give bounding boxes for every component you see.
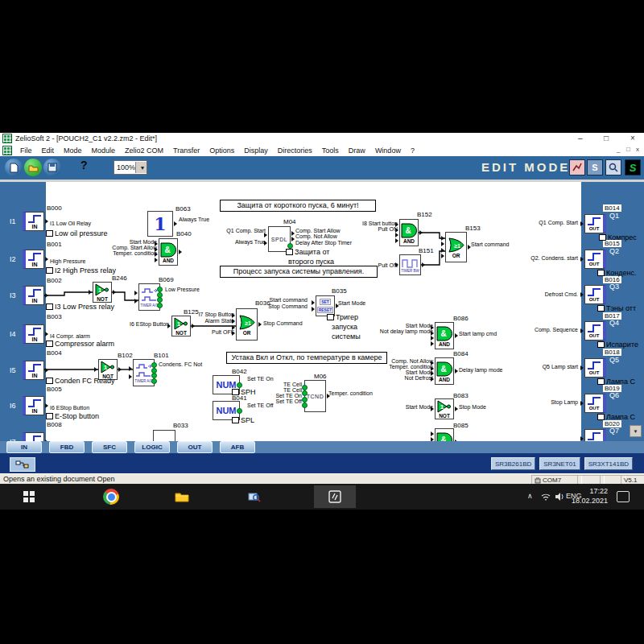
- input-pin[interactable]: [94, 367, 97, 372]
- output-pin[interactable]: [291, 237, 295, 242]
- output-pin[interactable]: [192, 324, 195, 328]
- input-pin[interactable]: [431, 336, 434, 341]
- comment[interactable]: Compressor alarm: [46, 340, 114, 348]
- output-block-q1[interactable]: OUT: [584, 214, 606, 233]
- block-b085-and[interactable]: &AND: [435, 428, 454, 441]
- block-b246-not[interactable]: 1NOT: [93, 282, 112, 303]
- tab-fbd[interactable]: FBD: [49, 441, 85, 453]
- monitoring-mode-icon[interactable]: [569, 159, 585, 175]
- output-pin[interactable]: [45, 403, 48, 408]
- input-pin[interactable]: [441, 254, 444, 258]
- simulation-mode-icon[interactable]: S: [587, 159, 603, 175]
- menu-item-module[interactable]: Module: [87, 147, 121, 155]
- menu-item-options[interactable]: Options: [204, 147, 239, 155]
- comment[interactable]: E-Stop button: [46, 412, 99, 420]
- help-button[interactable]: ?: [80, 159, 88, 171]
- file-explorer-icon[interactable]: [174, 489, 190, 505]
- input-block-i6[interactable]: IN: [23, 396, 44, 415]
- notification-center-icon[interactable]: [617, 491, 630, 502]
- block-b151-timerbw[interactable]: TIMER BW: [399, 254, 421, 275]
- input-pin[interactable]: [302, 385, 308, 390]
- input-pin[interactable]: [441, 242, 444, 246]
- output-pin[interactable]: [45, 257, 48, 262]
- block-b063-one[interactable]: 1: [147, 211, 173, 237]
- block-b125-not[interactable]: 1NOT: [171, 316, 191, 336]
- output-pin[interactable]: [179, 250, 182, 254]
- output-pin[interactable]: [45, 219, 48, 224]
- tab-in[interactable]: IN: [6, 441, 42, 453]
- input-pin[interactable]: [134, 291, 138, 295]
- module-button-sr3b261bd[interactable]: SR3B261BD: [491, 457, 535, 470]
- input-pin[interactable]: [580, 365, 584, 370]
- magnifier-icon[interactable]: [605, 159, 621, 175]
- new-document-button[interactable]: [5, 159, 23, 176]
- input-block-i7[interactable]: IN: [23, 432, 44, 441]
- input-pin[interactable]: [580, 436, 584, 441]
- output-block-q6[interactable]: OUT: [584, 394, 606, 413]
- menu-item-tools[interactable]: Tools: [317, 147, 344, 155]
- comment[interactable]: второго пуска: [288, 258, 334, 266]
- text-banner[interactable]: Защита от короткого пуска, 6 минут!: [220, 200, 376, 212]
- output-pin[interactable]: [113, 290, 116, 295]
- speaker-icon[interactable]: [551, 489, 568, 505]
- comment[interactable]: Испарите: [597, 341, 638, 349]
- child-minimize-button[interactable]: _: [617, 146, 620, 153]
- output-pin[interactable]: [455, 407, 458, 411]
- zoom-dropdown-arrow[interactable]: ▼: [135, 162, 147, 173]
- input-pin[interactable]: [580, 401, 584, 406]
- input-pin[interactable]: [302, 402, 308, 408]
- menu-item-window[interactable]: Window: [370, 147, 406, 155]
- block-or-stop-or[interactable]: ≥1OR: [236, 308, 258, 341]
- input-block-i1[interactable]: IN: [23, 212, 44, 231]
- block-b101-timer[interactable]: TIMER A/C: [133, 359, 155, 386]
- output-pin[interactable]: [45, 368, 48, 373]
- comment[interactable]: Лампа С: [597, 413, 635, 421]
- output-pin[interactable]: [151, 378, 157, 384]
- output-pin[interactable]: [237, 382, 242, 388]
- start-button[interactable]: [21, 489, 37, 505]
- block-m06-box[interactable]: TCND: [304, 380, 326, 412]
- input-pin[interactable]: [580, 221, 584, 226]
- block-b152-and[interactable]: &AND: [399, 219, 419, 246]
- block-b069-timer[interactable]: TIMER A/C: [138, 283, 160, 311]
- comment[interactable]: Тригер: [327, 313, 358, 321]
- input-pin[interactable]: [312, 307, 315, 312]
- input-pin[interactable]: [395, 238, 398, 243]
- comment[interactable]: Лампа С: [597, 378, 635, 386]
- block-b040-and[interactable]: &AND: [159, 238, 178, 266]
- output-pin[interactable]: [422, 262, 425, 267]
- output-block-q2[interactable]: OUT: [584, 250, 606, 269]
- output-pin[interactable]: [419, 230, 423, 235]
- input-pin[interactable]: [580, 257, 584, 262]
- comment[interactable]: I2 High Press relay: [46, 266, 116, 275]
- search-app-icon[interactable]: [246, 489, 262, 505]
- output-pin[interactable]: [455, 440, 458, 441]
- menu-item-[interactable]: ?: [406, 147, 419, 155]
- menu-item-edit[interactable]: Edit: [37, 147, 60, 155]
- chrome-icon[interactable]: [103, 489, 119, 505]
- input-block-i2[interactable]: IN: [23, 250, 44, 269]
- output-block-q3[interactable]: OUT: [584, 285, 606, 304]
- tab-logic[interactable]: LOGIC: [134, 441, 170, 453]
- comment[interactable]: Компрес: [599, 233, 637, 242]
- output-pin[interactable]: [157, 303, 163, 308]
- tab-out[interactable]: OUT: [177, 441, 213, 453]
- comment[interactable]: SPH: [232, 388, 256, 396]
- close-button[interactable]: ×: [630, 133, 635, 143]
- output-pin[interactable]: [45, 332, 48, 336]
- output-pin[interactable]: [455, 333, 458, 338]
- fbd-canvas[interactable]: 1&AND1NOTTIMER A/C1NOT≥1OR1NOTTIMER A/CS…: [0, 182, 644, 441]
- input-pin[interactable]: [155, 258, 158, 262]
- menu-item-zelio2-com[interactable]: Zelio2 COM: [120, 147, 168, 155]
- comment[interactable]: Конденс.: [597, 269, 636, 277]
- menu-item-display[interactable]: Display: [239, 147, 273, 155]
- input-pin[interactable]: [441, 236, 444, 241]
- taskbar-clock[interactable]: 17:22 18.02.2021: [572, 486, 608, 506]
- tray-chevron-icon[interactable]: ∧: [527, 492, 533, 500]
- output-pin[interactable]: [118, 367, 122, 372]
- maximize-button[interactable]: □: [604, 133, 609, 143]
- block-b086-and[interactable]: &AND: [435, 322, 454, 349]
- block-b033-box[interactable]: [153, 430, 175, 441]
- input-pin[interactable]: [580, 292, 584, 297]
- fbd-blocks-icon[interactable]: [10, 457, 35, 472]
